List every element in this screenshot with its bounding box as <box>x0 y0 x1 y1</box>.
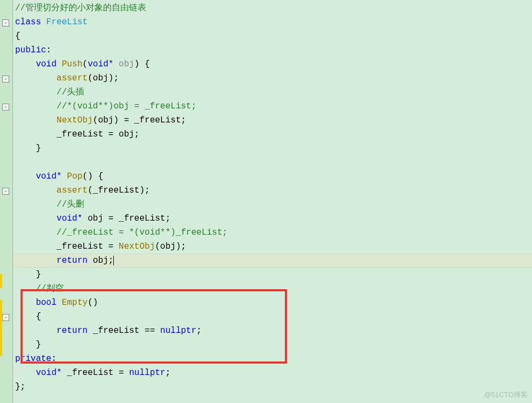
code-line: return _freeList == nullptr; <box>13 324 532 338</box>
code-line: NextObj(obj) = _freeList; <box>13 113 532 127</box>
watermark: @51CTO博客 <box>484 390 528 400</box>
code-line: //管理切分好的小对象的自由链表 <box>13 1 532 15</box>
paren: ( <box>83 59 88 69</box>
fold-icon[interactable]: - <box>2 76 9 83</box>
class-name: FreeList <box>41 17 87 27</box>
brace: } <box>15 270 41 279</box>
args: (obj) = _freeList; <box>93 115 186 125</box>
code-line: void* Pop() { <box>13 169 532 183</box>
keyword: void* <box>15 214 83 223</box>
code-line: }; <box>13 380 532 394</box>
fold-icon[interactable]: - <box>2 314 9 321</box>
decl: obj = _freeList; <box>83 214 170 223</box>
code-line: class FreeList <box>13 15 532 29</box>
text-cursor <box>113 256 114 265</box>
function-name: Pop <box>62 172 82 181</box>
comment-text: //_freeList = *(void**)_freeList; <box>15 228 228 237</box>
args: (obj); <box>87 73 119 83</box>
code-line: public: <box>13 43 532 57</box>
function-call: assert <box>15 73 87 83</box>
fold-icon[interactable]: - <box>2 104 9 111</box>
function-call: assert <box>15 186 87 195</box>
comment-text: //管理切分好的小对象的自由链表 <box>15 3 146 13</box>
keyword: return <box>15 326 87 336</box>
code-line: void* _freeList = nullptr; <box>13 366 532 380</box>
keyword: void* <box>15 172 62 181</box>
semi: ; <box>196 326 202 336</box>
code-line: _freeList = NextObj(obj); <box>13 240 532 254</box>
code-line: //头删 <box>13 197 532 211</box>
punct: ) { <box>134 59 150 69</box>
comment-text: //判空 <box>15 284 64 293</box>
code-line: void Push(void* obj) { <box>13 57 532 71</box>
brace: } <box>15 144 41 153</box>
function-call: NextObj <box>119 242 155 251</box>
gutter: - - - - - <box>0 0 13 403</box>
code-line: bool Empty() <box>13 296 532 310</box>
colon: : <box>51 354 57 364</box>
code-line: } <box>13 141 532 155</box>
code-line: void* obj = _freeList; <box>13 211 532 226</box>
code-line: assert(_freeList); <box>13 183 532 197</box>
keyword: void <box>15 59 57 69</box>
change-marker <box>0 274 2 288</box>
code-line: _freeList = obj; <box>13 127 532 141</box>
keyword: return <box>15 256 87 265</box>
comment-text: //*(void**)obj = _freeList; <box>15 101 196 111</box>
comment-text: //头删 <box>15 200 84 209</box>
fold-icon[interactable]: - <box>2 19 9 26</box>
code-line: assert(obj); <box>13 71 532 85</box>
function-name: Push <box>57 59 83 69</box>
code-line: } <box>13 338 532 352</box>
code-line: //*(void**)obj = _freeList; <box>13 99 532 113</box>
keyword: nullptr <box>129 368 165 378</box>
code-line <box>13 155 532 169</box>
code-line: } <box>13 268 532 282</box>
code-area[interactable]: //管理切分好的小对象的自由链表 class FreeList { public… <box>13 0 532 403</box>
change-marker <box>0 300 2 356</box>
code-line-current: return obj; <box>13 254 532 268</box>
args: (obj); <box>155 242 186 251</box>
brace: { <box>15 312 41 322</box>
brace: } <box>15 340 41 350</box>
colon: : <box>46 45 52 55</box>
keyword: private <box>15 354 51 364</box>
code-editor: - - - - - //管理切分好的小对象的自由链表 class FreeLis… <box>0 0 532 403</box>
code-line: private: <box>13 352 532 366</box>
code-line: { <box>13 310 532 324</box>
code-line: //头插 <box>13 85 532 99</box>
keyword: class <box>15 17 41 27</box>
code-line: //_freeList = *(void**)_freeList; <box>13 226 532 240</box>
decl: _freeList = <box>62 368 129 378</box>
comment-text: //头插 <box>15 87 84 97</box>
code-line: { <box>13 29 532 43</box>
fold-icon[interactable]: - <box>2 188 9 195</box>
keyword: public <box>15 45 46 55</box>
expr: _freeList == <box>87 326 160 336</box>
punct: () <box>87 298 98 308</box>
brace: { <box>15 31 21 41</box>
function-name: Empty <box>57 298 88 308</box>
punct: () { <box>83 172 103 181</box>
keyword: bool <box>15 298 57 308</box>
brace: }; <box>15 382 25 392</box>
keyword: void* <box>15 368 62 378</box>
code-line: //判空 <box>13 282 532 296</box>
semi: ; <box>165 368 170 378</box>
args: (_freeList); <box>87 186 149 195</box>
function-call: NextObj <box>15 115 93 125</box>
keyword: nullptr <box>160 326 196 336</box>
assignment: _freeList = obj; <box>15 129 139 139</box>
expr: obj; <box>87 256 113 265</box>
param: obj <box>113 59 134 69</box>
keyword: void* <box>87 59 113 69</box>
assignment: _freeList = <box>15 242 119 251</box>
